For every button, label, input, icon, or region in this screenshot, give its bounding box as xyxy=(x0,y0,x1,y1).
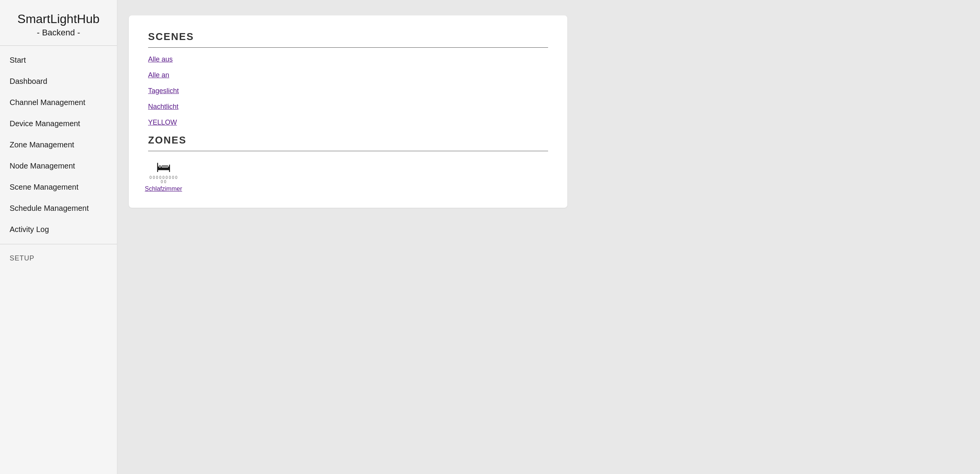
sidebar-item-channel-management[interactable]: Channel Management xyxy=(0,92,117,113)
scenes-section: SCENES Alle aus Alle an Tageslicht Nacht… xyxy=(148,31,548,127)
scene-link-alle-an[interactable]: Alle an xyxy=(148,71,548,79)
sidebar-item-scene-management[interactable]: Scene Management xyxy=(0,177,117,198)
content-card: SCENES Alle aus Alle an Tageslicht Nacht… xyxy=(129,15,567,208)
sidebar-header: SmartLightHub - Backend - xyxy=(0,0,117,46)
sidebar-item-node-management[interactable]: Node Management xyxy=(0,155,117,177)
sidebar: SmartLightHub - Backend - Start Dashboar… xyxy=(0,0,117,474)
app-subtitle: - Backend - xyxy=(8,28,109,38)
scene-link-tageslicht[interactable]: Tageslicht xyxy=(148,87,548,95)
sidebar-item-dashboard[interactable]: Dashboard xyxy=(0,71,117,92)
nav-divider xyxy=(0,244,117,244)
app-title: SmartLightHub xyxy=(8,12,109,26)
zones-section: ZONES 🛏 0 0 0 0 0 0 0 0 0 0 0 Schlafzimm… xyxy=(148,134,548,192)
zones-section-title: ZONES xyxy=(148,134,548,146)
sidebar-item-device-management[interactable]: Device Management xyxy=(0,113,117,134)
zones-divider xyxy=(148,151,548,151)
sidebar-item-zone-management[interactable]: Zone Management xyxy=(0,134,117,155)
scene-link-alle-aus[interactable]: Alle aus xyxy=(148,55,548,63)
zone-item-schlafzimmer: 🛏 0 0 0 0 0 0 0 0 0 0 0 Schlafzimmer xyxy=(148,159,179,192)
scene-link-yellow[interactable]: YELLOW xyxy=(148,118,548,127)
sidebar-item-activity-log[interactable]: Activity Log xyxy=(0,219,117,240)
sidebar-item-schedule-management[interactable]: Schedule Management xyxy=(0,198,117,219)
zone-sublabel: 0 0 0 0 0 0 0 0 0 0 0 xyxy=(148,175,179,184)
sidebar-item-start[interactable]: Start xyxy=(0,50,117,71)
scenes-divider xyxy=(148,47,548,48)
zone-link-schlafzimmer[interactable]: Schlafzimmer xyxy=(145,185,182,192)
main-content: SCENES Alle aus Alle an Tageslicht Nacht… xyxy=(117,0,980,474)
scene-link-nachtlicht[interactable]: Nachtlicht xyxy=(148,103,548,111)
bed-icon: 🛏 xyxy=(156,159,171,175)
sidebar-item-setup[interactable]: SETUP xyxy=(0,248,117,269)
scenes-section-title: SCENES xyxy=(148,31,548,43)
